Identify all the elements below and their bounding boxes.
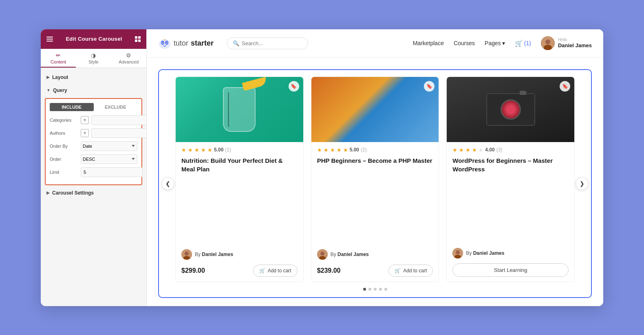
content-tab-label: Content	[51, 59, 66, 64]
authors-add-button[interactable]: +	[81, 129, 89, 137]
add-to-cart-button-2[interactable]: 🛒 Add to cart	[388, 265, 433, 277]
dot-4[interactable]	[379, 288, 382, 291]
tab-style[interactable]: ◑ Style	[76, 49, 111, 68]
include-exclude-tabs: INCLUDE EXCLUDE	[50, 103, 137, 111]
author-name-1: By Daniel James	[195, 252, 233, 257]
categories-add-button[interactable]: +	[81, 116, 89, 124]
order-by-select[interactable]: Date Title Price	[81, 141, 137, 151]
order-row: Order DESC ASC	[50, 154, 137, 164]
grid-icon[interactable]	[135, 36, 141, 42]
rating-count-3: (3)	[496, 147, 503, 153]
rating-count-1: (1)	[225, 147, 231, 153]
query-box: INCLUDE EXCLUDE Categories + Authors +	[45, 98, 142, 185]
cart-btn-icon-2: 🛒	[395, 268, 401, 274]
rating-num-2: 5.00	[350, 147, 359, 153]
limit-label: Limit	[50, 170, 78, 175]
carousel-settings-header[interactable]: ▶ Carousel Settings	[41, 187, 146, 199]
include-tab[interactable]: INCLUDE	[50, 103, 94, 111]
nav-pages[interactable]: Pages ▾	[485, 40, 505, 46]
card-title-2: PHP Beginners – Become a PHP Master	[317, 156, 433, 245]
camera-lens	[501, 99, 521, 120]
card-price-1: $299.00	[181, 267, 205, 274]
dot-2[interactable]	[368, 288, 371, 291]
carousel-settings-arrow: ▶	[46, 190, 50, 195]
panel-body: ▶ Layout ▼ Query INCLUDE EXCLUDE	[41, 68, 146, 306]
layout-section-header[interactable]: ▶ Layout	[41, 71, 146, 83]
query-arrow: ▼	[46, 88, 51, 92]
nav-courses[interactable]: Courses	[454, 40, 475, 46]
user-area[interactable]: Hello Daniel James	[541, 36, 592, 50]
search-icon: 🔍	[233, 40, 239, 46]
authors-input[interactable]	[91, 128, 146, 138]
cart-area[interactable]: 🛒 (1)	[515, 39, 531, 47]
dot-3[interactable]	[374, 288, 377, 291]
svg-point-15	[320, 252, 324, 256]
start-learning-button[interactable]: Start Learning	[452, 263, 569, 277]
advanced-tab-label: Advanced	[119, 59, 139, 64]
order-by-row: Order By Date Title Price	[50, 141, 137, 151]
nav-marketplace[interactable]: Marketplace	[413, 40, 444, 46]
site-nav: tutor starter 🔍 Marketplace Courses Page…	[147, 29, 603, 58]
course-card-2: 🔖 ★ ★ ★ ★ ★ 5.00 (2)	[311, 77, 439, 282]
right-panel: tutor starter 🔍 Marketplace Courses Page…	[147, 29, 603, 306]
authors-row: Authors +	[50, 128, 137, 138]
star-2-1: ★	[317, 147, 322, 153]
tab-content[interactable]: ✏ Content	[41, 49, 76, 68]
chevron-down-icon: ▾	[502, 40, 505, 46]
categories-input[interactable]	[91, 115, 146, 125]
course-image-3: 🔖	[447, 77, 574, 142]
bookmark-icon-3[interactable]: 🔖	[560, 81, 570, 92]
card-footer-3: Start Learning	[452, 263, 569, 277]
logo-starter: starter	[191, 39, 214, 48]
camera-button	[520, 91, 526, 95]
style-tab-label: Style	[88, 59, 98, 64]
cart-btn-label-1: Add to cart	[268, 268, 291, 274]
card-title-3: WordPress for Beginners – Master WordPre…	[452, 156, 569, 244]
logo-area: tutor starter	[158, 37, 214, 49]
camera-body	[486, 93, 535, 126]
course-card-3: 🔖 ★ ★ ★ ★ ★ 4.00 (3)	[446, 77, 575, 282]
bookmark-icon-1[interactable]: 🔖	[289, 81, 299, 92]
limit-input[interactable]	[81, 167, 143, 177]
dot-5[interactable]	[384, 288, 387, 291]
main-container: Edit Course Carousel ✏ Content ◑ Style ⚙…	[41, 29, 603, 306]
svg-point-0	[159, 39, 170, 49]
hamburger-icon[interactable]	[46, 37, 53, 42]
panel-title: Edit Course Carousel	[66, 36, 122, 42]
carousel-prev-button[interactable]: ❮	[161, 177, 174, 190]
carousel-area: ❮ 🔖 ★	[147, 58, 603, 306]
star-1-1: ★	[181, 147, 186, 153]
star-2-4: ★	[337, 147, 342, 153]
star-2-5: ★	[343, 147, 348, 153]
tab-advanced[interactable]: ⚙ Advanced	[111, 49, 146, 68]
star-3-3: ★	[465, 147, 470, 153]
author-row-3: By Daniel James	[452, 248, 569, 258]
order-select[interactable]: DESC ASC	[81, 154, 137, 164]
nav-pages-label: Pages	[485, 40, 501, 46]
bookmark-icon-2[interactable]: 🔖	[424, 81, 434, 92]
rating-num-3: 4.00	[485, 147, 494, 153]
card-body-3: ★ ★ ★ ★ ★ 4.00 (3) WordPress for Beginne…	[447, 142, 574, 282]
carousel-settings-section: ▶ Carousel Settings	[41, 187, 146, 199]
categories-label: Categories	[50, 118, 78, 123]
author-name-3: By Daniel James	[466, 250, 504, 256]
search-input[interactable]	[242, 40, 299, 46]
advanced-tab-icon: ⚙	[126, 52, 131, 59]
star-row-3: ★ ★ ★ ★ ★ 4.00 (3)	[452, 147, 569, 153]
author-row-1: By Daniel James	[181, 249, 298, 260]
add-to-cart-button-1[interactable]: 🛒 Add to cart	[253, 265, 298, 277]
author-avatar-2	[317, 249, 328, 260]
search-box[interactable]: 🔍	[227, 37, 308, 49]
panel-header: Edit Course Carousel	[41, 29, 146, 49]
nav-links: Marketplace Courses Pages ▾ 🛒 (1)	[413, 36, 592, 50]
carousel-settings-label: Carousel Settings	[52, 190, 94, 196]
rating-num-1: 5.00	[214, 147, 223, 153]
query-label: Query	[53, 88, 67, 93]
query-section: ▼ Query INCLUDE EXCLUDE Categories +	[41, 84, 146, 185]
query-section-header[interactable]: ▼ Query	[41, 84, 146, 96]
exclude-tab[interactable]: EXCLUDE	[94, 103, 138, 111]
dot-1[interactable]	[363, 288, 366, 291]
star-row-2: ★ ★ ★ ★ ★ 5.00 (2)	[317, 147, 433, 153]
cart-btn-label-2: Add to cart	[403, 268, 427, 274]
carousel-next-button[interactable]: ❯	[576, 177, 589, 190]
